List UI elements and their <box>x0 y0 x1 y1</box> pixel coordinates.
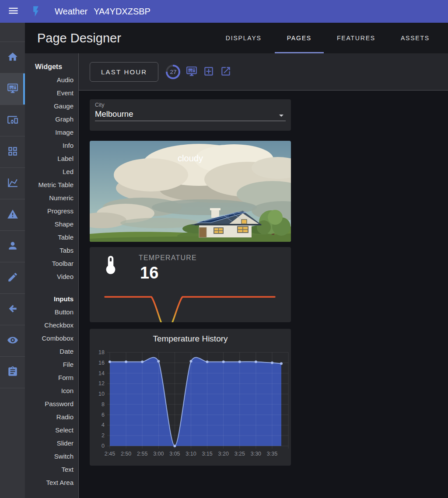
select-label: City <box>95 102 105 108</box>
rail-item-devices[interactable] <box>0 105 25 136</box>
svg-text:3:30: 3:30 <box>251 451 261 457</box>
svg-text:6: 6 <box>102 412 105 418</box>
arrow-left-icon <box>7 303 18 316</box>
plus-box-icon <box>203 66 214 78</box>
weather-caption: cloudy <box>178 153 203 163</box>
input-item-slider[interactable]: Slider <box>25 437 78 450</box>
rail-item-view-grid[interactable] <box>0 136 25 168</box>
alert-icon <box>7 209 18 222</box>
svg-text:10: 10 <box>98 391 105 397</box>
rail-item-account[interactable] <box>0 231 25 262</box>
svg-text:16: 16 <box>98 360 105 366</box>
chevron-down-icon[interactable] <box>276 110 287 122</box>
svg-text:3:05: 3:05 <box>169 451 180 457</box>
rail-item-alert[interactable] <box>0 199 25 231</box>
widget-item-image[interactable]: Image <box>25 126 78 139</box>
widget-item-tabs[interactable]: Tabs <box>25 244 78 257</box>
rail-item-clipboard-text[interactable] <box>0 357 25 388</box>
pencil-icon <box>7 272 18 285</box>
widget-item-led[interactable]: Led <box>25 165 78 178</box>
widget-item-shape[interactable]: Shape <box>25 218 78 231</box>
header-tabs: DISPLAYSPAGESFEATURESASSETS <box>224 23 431 53</box>
widget-item-video[interactable]: Video <box>25 270 78 283</box>
widget-item-progress[interactable]: Progress <box>25 205 78 218</box>
rail-item-home[interactable] <box>0 42 25 73</box>
svg-text:8: 8 <box>102 401 105 407</box>
svg-text:3:10: 3:10 <box>186 451 196 457</box>
page-title: Page Designer <box>37 31 121 45</box>
city-select-value[interactable]: Melbourne <box>95 109 133 119</box>
monitor-dashboard-icon <box>7 83 18 96</box>
refresh-countdown-ring: 27 <box>166 65 180 79</box>
widget-item-metric-table[interactable]: Metric Table <box>25 178 78 192</box>
temperature-widget[interactable]: TEMPERATURE 16 <box>90 247 291 322</box>
page-canvas: City Melbourne <box>79 91 448 498</box>
widget-item-audio[interactable]: Audio <box>25 73 78 87</box>
city-select-widget[interactable]: City Melbourne <box>90 99 291 131</box>
tab-assets[interactable]: ASSETS <box>399 23 431 53</box>
widgets-panel: Widgets AudioEventGaugeGraphImageInfoLab… <box>25 53 79 498</box>
input-item-checkbox[interactable]: Checkbox <box>25 319 78 332</box>
svg-text:3:20: 3:20 <box>218 451 229 457</box>
input-item-date[interactable]: Date <box>25 345 78 358</box>
monitor-dashboard-icon <box>186 66 197 78</box>
rail-item-eye[interactable] <box>0 325 25 357</box>
hamburger-menu-button[interactable] <box>5 3 21 20</box>
temperature-value: 16 <box>140 264 158 282</box>
svg-text:4: 4 <box>102 422 105 428</box>
input-item-text[interactable]: Text <box>25 463 78 476</box>
rail-item-chart-line[interactable] <box>0 168 25 199</box>
designer-toolbar: LAST HOUR 27 <box>79 53 448 91</box>
input-item-file[interactable]: File <box>25 358 78 371</box>
svg-text:3:15: 3:15 <box>202 451 212 457</box>
rail-item-pencil[interactable] <box>0 262 25 294</box>
weather-image-widget[interactable]: cloudy <box>90 141 291 242</box>
widget-item-table[interactable]: Table <box>25 231 78 244</box>
input-item-icon[interactable]: Icon <box>25 384 78 397</box>
app-instance-id: YA4YDXZSBP <box>94 7 150 17</box>
open-in-new-button[interactable] <box>220 66 231 77</box>
svg-text:12: 12 <box>98 380 105 387</box>
svg-text:3:25: 3:25 <box>234 451 245 457</box>
widget-item-toolbar[interactable]: Toolbar <box>25 257 78 270</box>
widget-item-label[interactable]: Label <box>25 152 78 165</box>
page-header: Page Designer DISPLAYSPAGESFEATURESASSET… <box>25 23 448 53</box>
svg-text:2: 2 <box>102 432 105 439</box>
input-item-radio[interactable]: Radio <box>25 411 78 424</box>
time-range-button[interactable]: LAST HOUR <box>90 62 158 82</box>
flash-logo-icon <box>29 5 42 18</box>
display-preview-button[interactable] <box>186 66 197 77</box>
input-item-combobox[interactable]: Combobox <box>25 332 78 345</box>
tab-displays[interactable]: DISPLAYS <box>224 23 263 53</box>
widget-item-graph[interactable]: Graph <box>25 113 78 126</box>
toolbar-icon-buttons <box>180 66 231 77</box>
widgets-list: AudioEventGaugeGraphImageInfoLabelLedMet… <box>25 73 78 283</box>
input-item-password[interactable]: Password <box>25 397 78 411</box>
widget-item-event[interactable]: Event <box>25 87 78 100</box>
widget-item-gauge[interactable]: Gauge <box>25 100 78 113</box>
svg-text:2:50: 2:50 <box>121 451 131 457</box>
input-item-select[interactable]: Select <box>25 424 78 437</box>
svg-text:2:45: 2:45 <box>105 451 115 457</box>
tab-features[interactable]: FEATURES <box>335 23 377 53</box>
inputs-section-title: Inputs <box>25 293 78 306</box>
temperature-history-widget[interactable]: Temperature History 0246810121416182:452… <box>90 329 291 466</box>
thermometer-icon <box>100 254 122 278</box>
widget-item-info[interactable]: Info <box>25 139 78 152</box>
input-item-switch[interactable]: Switch <box>25 450 78 463</box>
tab-pages[interactable]: PAGES <box>285 23 313 53</box>
inputs-list: ButtonCheckboxComboboxDateFileFormIconPa… <box>25 306 78 489</box>
add-widget-button[interactable] <box>203 66 214 77</box>
svg-text:14: 14 <box>98 370 105 376</box>
widget-item-numeric[interactable]: Numeric <box>25 192 78 205</box>
input-item-button[interactable]: Button <box>25 306 78 319</box>
input-item-text-area[interactable]: Text Area <box>25 476 78 489</box>
countdown-value: 27 <box>170 69 176 75</box>
home-icon <box>7 51 18 64</box>
rail-item-monitor-dashboard[interactable] <box>0 73 25 105</box>
input-item-form[interactable]: Form <box>25 371 78 384</box>
open-in-new-icon <box>220 66 231 78</box>
app-name: Weather <box>55 7 88 17</box>
rail-item-arrow-left[interactable] <box>0 294 25 325</box>
clipboard-text-icon <box>7 366 18 379</box>
